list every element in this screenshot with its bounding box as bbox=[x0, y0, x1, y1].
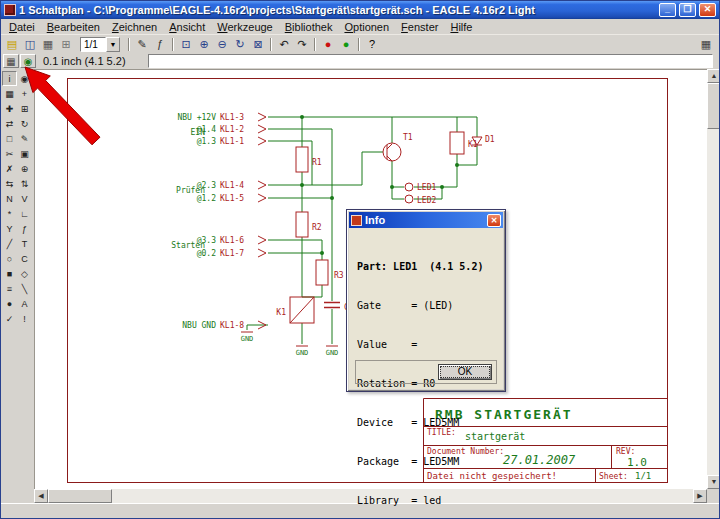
bus-tool[interactable]: ≡ bbox=[2, 281, 17, 296]
pin-label[interactable]: KL1-1 bbox=[220, 137, 244, 146]
menu-item-optionen[interactable]: Optionen bbox=[338, 20, 395, 34]
errors-tool[interactable]: ! bbox=[17, 311, 32, 326]
part-label-t1[interactable]: T1 bbox=[403, 133, 413, 142]
miter-tool[interactable]: ∟ bbox=[17, 206, 32, 221]
change-tool[interactable]: ✎ bbox=[17, 131, 32, 146]
show-tool[interactable]: ◉ bbox=[17, 71, 32, 86]
pin-label[interactable]: KL1-8 bbox=[220, 321, 244, 330]
net-name-starten[interactable]: Starten bbox=[171, 241, 205, 250]
pin-label[interactable]: KL1-7 bbox=[220, 249, 244, 258]
stop-button[interactable]: ● bbox=[319, 36, 337, 52]
scroll-right-icon[interactable]: ▶ bbox=[693, 489, 707, 503]
pin-label[interactable]: KL1-3 bbox=[220, 113, 244, 122]
menu-item-fenster[interactable]: Fenster bbox=[395, 20, 444, 34]
paste-tool[interactable]: ▣ bbox=[17, 146, 32, 161]
menu-item-hilfe[interactable]: Hilfe bbox=[444, 20, 478, 34]
text-tool[interactable]: T bbox=[17, 236, 32, 251]
circle-tool[interactable]: ○ bbox=[2, 251, 17, 266]
copy-tool[interactable]: ⊞ bbox=[17, 101, 32, 116]
group-tool[interactable]: □ bbox=[2, 131, 17, 146]
zoom-redraw-button[interactable]: ↻ bbox=[231, 36, 249, 52]
rotate-tool[interactable]: ↻ bbox=[17, 116, 32, 131]
part-label-r1[interactable]: R1 bbox=[312, 158, 322, 167]
value-tool[interactable]: V bbox=[17, 191, 32, 206]
go-button[interactable]: ● bbox=[337, 36, 355, 52]
configure-button[interactable]: ✎ bbox=[133, 36, 151, 52]
junction-tool[interactable]: ● bbox=[2, 296, 17, 311]
zoom-out-button[interactable]: ⊖ bbox=[213, 36, 231, 52]
vertical-scroll-thumb[interactable] bbox=[707, 83, 720, 129]
pin-label[interactable]: KL1-2 bbox=[220, 125, 244, 134]
command-line-input[interactable] bbox=[148, 54, 713, 68]
erc-tool[interactable]: ✓ bbox=[2, 311, 17, 326]
menu-item-datei[interactable]: Datei bbox=[3, 20, 41, 34]
print-button[interactable]: ▦ bbox=[39, 36, 57, 52]
net-label[interactable]: NBU +12V bbox=[177, 113, 216, 122]
info-tool[interactable]: i bbox=[2, 71, 17, 86]
scroll-up-icon[interactable]: ▲ bbox=[707, 69, 720, 83]
run-script-button[interactable]: ƒ bbox=[151, 36, 169, 52]
save-button[interactable]: ◫ bbox=[21, 36, 39, 52]
name-tool[interactable]: N bbox=[2, 191, 17, 206]
pinswap-tool[interactable]: ⇆ bbox=[2, 176, 17, 191]
menu-item-zeichnen[interactable]: Zeichnen bbox=[106, 20, 163, 34]
zoom-fit-button[interactable]: ⊡ bbox=[177, 36, 195, 52]
add-tool[interactable]: ⊕ bbox=[17, 161, 32, 176]
menu-item-bibliothek[interactable]: Bibliothek bbox=[279, 20, 339, 34]
info-dialog-close-icon[interactable]: ✕ bbox=[487, 214, 501, 227]
part-label-led2[interactable]: LED2 bbox=[417, 196, 436, 205]
net-label[interactable]: NBU GND bbox=[182, 321, 216, 330]
sheet-selector[interactable]: 1/1 ▼ bbox=[80, 37, 120, 52]
move-tool[interactable]: ✚ bbox=[2, 101, 17, 116]
vertical-scrollbar[interactable]: ▲ ▼ bbox=[707, 69, 720, 489]
undo-button[interactable]: ↶ bbox=[275, 36, 293, 52]
menu-item-werkzeuge[interactable]: Werkzeuge bbox=[211, 20, 278, 34]
polygon-tool[interactable]: ◇ bbox=[17, 266, 32, 281]
invoke-tool[interactable]: ƒ bbox=[17, 221, 32, 236]
redo-button[interactable]: ↷ bbox=[293, 36, 311, 52]
show-eye-button[interactable]: ◉ bbox=[20, 54, 36, 68]
zoom-select-button[interactable]: ⊠ bbox=[249, 36, 267, 52]
chevron-down-icon[interactable]: ▼ bbox=[106, 37, 120, 52]
label-tool[interactable]: A bbox=[17, 296, 32, 311]
pin-label[interactable]: KL1-4 bbox=[220, 181, 244, 190]
part-label-r2[interactable]: R2 bbox=[312, 223, 322, 232]
part-label-d1[interactable]: D1 bbox=[485, 135, 495, 144]
part-label-k1-coil[interactable]: K1 bbox=[468, 140, 478, 149]
pin-label[interactable]: KL1-6 bbox=[220, 236, 244, 245]
net-name-ein[interactable]: EIN bbox=[191, 128, 206, 137]
scroll-left-icon[interactable]: ◀ bbox=[34, 489, 48, 503]
menu-item-ansicht[interactable]: Ansicht bbox=[163, 20, 211, 34]
open-button[interactable]: ▤ bbox=[3, 36, 21, 52]
grid-button[interactable]: ▦ bbox=[3, 54, 19, 68]
cam-processor-button[interactable]: ⊞ bbox=[57, 36, 75, 52]
net-label[interactable]: @0.2 bbox=[197, 249, 216, 258]
mark-tool[interactable]: + bbox=[17, 86, 32, 101]
maximize-button[interactable]: ❐ bbox=[679, 3, 696, 17]
pin-label[interactable]: KL1-5 bbox=[220, 194, 244, 203]
horizontal-scroll-thumb[interactable] bbox=[48, 489, 112, 503]
cut-tool[interactable]: ✂ bbox=[2, 146, 17, 161]
delete-tool[interactable]: ✗ bbox=[2, 161, 17, 176]
net-tool[interactable]: ╲ bbox=[17, 281, 32, 296]
part-label-led1[interactable]: LED1 bbox=[417, 183, 436, 192]
help-button[interactable]: ? bbox=[363, 36, 381, 52]
gateswap-tool[interactable]: ⇅ bbox=[17, 176, 32, 191]
mirror-tool[interactable]: ⇄ bbox=[2, 116, 17, 131]
wire-tool[interactable]: ╱ bbox=[2, 236, 17, 251]
ok-button[interactable]: OK bbox=[438, 364, 492, 380]
scroll-down-icon[interactable]: ▼ bbox=[707, 475, 720, 489]
info-dialog-titlebar[interactable]: Info ✕ bbox=[349, 212, 503, 228]
close-button[interactable]: ✕ bbox=[699, 3, 716, 17]
smash-tool[interactable]: * bbox=[2, 206, 17, 221]
net-name-pruefen[interactable]: Prüfen bbox=[176, 186, 205, 195]
rect-tool[interactable]: ■ bbox=[2, 266, 17, 281]
part-label-k1[interactable]: K1 bbox=[276, 308, 286, 317]
part-label-r3[interactable]: R3 bbox=[334, 271, 344, 280]
display-tool[interactable]: ▦ bbox=[2, 86, 17, 101]
grid-settings-button[interactable]: ▦ bbox=[697, 36, 715, 52]
net-label[interactable]: @1.2 bbox=[197, 194, 216, 203]
net-label[interactable]: @1.3 bbox=[197, 137, 216, 146]
minimize-button[interactable]: _ bbox=[659, 3, 676, 17]
split-tool[interactable]: Y bbox=[2, 221, 17, 236]
